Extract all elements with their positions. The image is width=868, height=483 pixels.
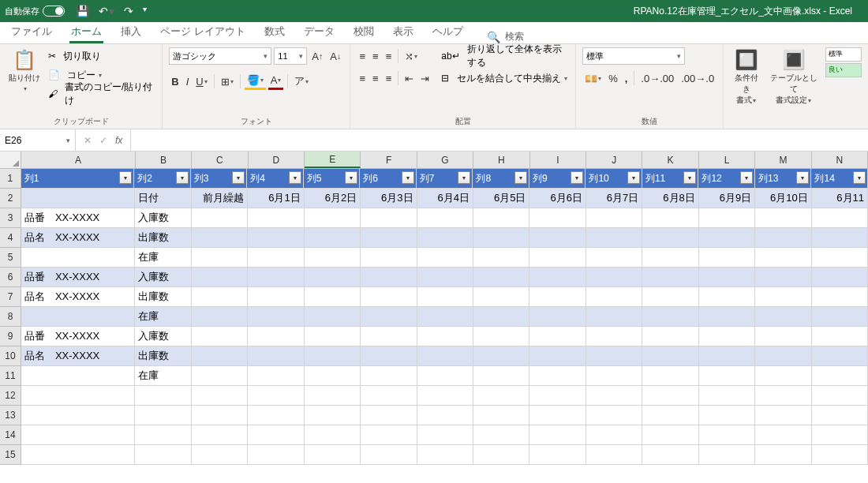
cell[interactable]: 品番 XX-XXXX — [21, 268, 135, 287]
cell[interactable] — [755, 346, 811, 366]
cell[interactable] — [417, 327, 473, 346]
cell[interactable] — [755, 228, 811, 248]
cell[interactable] — [755, 287, 811, 307]
cell[interactable] — [248, 268, 304, 287]
cell[interactable]: 6月8日 — [642, 189, 698, 208]
font-name-select[interactable]: 游ゴシック — [169, 47, 271, 65]
decrease-decimal-icon[interactable]: .00→.0 — [679, 71, 716, 86]
cell[interactable] — [21, 248, 135, 268]
cell[interactable] — [812, 327, 868, 346]
cell-styles-gallery[interactable]: 標準 良い — [825, 47, 862, 77]
cell[interactable]: 6月5日 — [473, 189, 529, 208]
column-header-L[interactable]: L — [699, 152, 755, 168]
cell[interactable] — [248, 425, 304, 445]
cell[interactable] — [305, 268, 361, 287]
cell[interactable] — [586, 287, 642, 307]
cell[interactable] — [755, 307, 811, 327]
row-header[interactable]: 11 — [0, 366, 21, 386]
column-header-D[interactable]: D — [249, 152, 305, 168]
cell[interactable] — [529, 386, 586, 406]
column-header-B[interactable]: B — [136, 152, 192, 168]
cell[interactable] — [192, 386, 248, 406]
cell[interactable] — [586, 307, 642, 327]
row-header[interactable]: 8 — [0, 307, 21, 327]
cell[interactable] — [642, 445, 698, 465]
cell[interactable] — [417, 445, 473, 465]
row-header[interactable]: 7 — [0, 287, 21, 307]
cell[interactable] — [361, 386, 417, 406]
cell[interactable] — [192, 346, 248, 366]
cell[interactable] — [529, 307, 586, 327]
cell[interactable] — [586, 366, 642, 386]
cell[interactable] — [248, 208, 304, 228]
cell[interactable] — [529, 228, 586, 248]
row-header[interactable]: 9 — [0, 327, 21, 346]
cell[interactable] — [305, 386, 361, 406]
select-all-button[interactable] — [0, 152, 21, 168]
column-header-I[interactable]: I — [530, 152, 586, 168]
tab-view[interactable]: 表示 — [391, 21, 415, 43]
cell[interactable] — [361, 248, 417, 268]
filter-dropdown-icon[interactable]: ▾ — [119, 171, 132, 184]
cell[interactable] — [361, 287, 417, 307]
cell[interactable] — [586, 445, 642, 465]
decrease-indent-icon[interactable]: ⇤ — [402, 71, 416, 86]
cell[interactable] — [699, 366, 755, 386]
percent-icon[interactable]: % — [606, 71, 620, 86]
cell[interactable] — [812, 307, 868, 327]
cell[interactable] — [305, 366, 361, 386]
italic-button[interactable]: I — [184, 74, 192, 89]
cell[interactable] — [305, 307, 361, 327]
cell[interactable]: 出庫数 — [135, 346, 191, 366]
cell[interactable] — [473, 366, 529, 386]
cell[interactable] — [417, 208, 473, 228]
paste-button[interactable]: 📋 貼り付け▾ — [6, 47, 43, 94]
cell[interactable] — [417, 287, 473, 307]
undo-icon[interactable]: ↶▾ — [99, 5, 114, 17]
cell[interactable] — [586, 406, 642, 425]
cell[interactable] — [361, 228, 417, 248]
redo-icon[interactable]: ↷ — [124, 5, 133, 17]
filter-dropdown-icon[interactable]: ▾ — [853, 171, 866, 184]
cell[interactable] — [755, 327, 811, 346]
tell-me-search[interactable]: 🔍 検索 — [487, 30, 524, 43]
cell[interactable] — [192, 228, 248, 248]
cell[interactable] — [248, 366, 304, 386]
tab-insert[interactable]: 挿入 — [119, 21, 143, 43]
cell[interactable] — [699, 386, 755, 406]
row-header[interactable]: 15 — [0, 445, 21, 465]
row-header[interactable]: 3 — [0, 208, 21, 228]
cell[interactable] — [248, 307, 304, 327]
cell[interactable]: 出庫数 — [135, 228, 191, 248]
cell[interactable] — [473, 327, 529, 346]
column-header-N[interactable]: N — [812, 152, 868, 168]
column-header-J[interactable]: J — [586, 152, 642, 168]
cell[interactable] — [21, 307, 135, 327]
cell[interactable] — [473, 268, 529, 287]
cell[interactable]: 6月6日 — [529, 189, 586, 208]
cell[interactable] — [812, 366, 868, 386]
cell[interactable] — [642, 386, 698, 406]
tab-file[interactable]: ファイル — [9, 21, 54, 43]
cell[interactable] — [755, 248, 811, 268]
cell[interactable] — [755, 386, 811, 406]
cell[interactable] — [21, 406, 135, 425]
tab-home[interactable]: ホーム — [69, 21, 103, 43]
cell[interactable] — [699, 346, 755, 366]
cell[interactable] — [192, 287, 248, 307]
orientation-icon[interactable]: ⤭▾ — [402, 49, 420, 64]
column-header-G[interactable]: G — [417, 152, 473, 168]
cell[interactable] — [586, 208, 642, 228]
cell[interactable] — [586, 425, 642, 445]
cell[interactable] — [192, 268, 248, 287]
cell[interactable]: 列14▾ — [811, 169, 868, 189]
cell[interactable] — [473, 346, 529, 366]
cell[interactable] — [642, 425, 698, 445]
column-header-E[interactable]: E — [305, 152, 361, 168]
cell[interactable] — [642, 208, 698, 228]
cell[interactable] — [305, 346, 361, 366]
underline-button[interactable]: U▾ — [193, 74, 209, 89]
tab-formulas[interactable]: 数式 — [263, 21, 286, 43]
row-header[interactable]: 14 — [0, 425, 21, 445]
cancel-formula-icon[interactable]: ✕ — [84, 135, 92, 146]
